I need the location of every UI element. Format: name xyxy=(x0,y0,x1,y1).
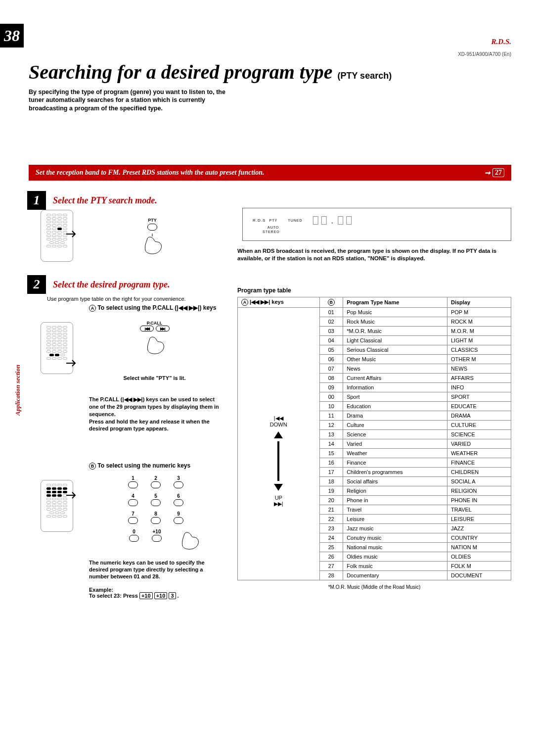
numeric-keypad: 1 2 3 4 5 6 7 8 9 0 +10 xyxy=(89,475,222,551)
numeric-par: The numeric keys can be used to specify … xyxy=(89,560,222,580)
page-title: Searching for a desired program type (PT… xyxy=(29,60,392,84)
preset-banner: Set the reception band to FM. Preset RDS… xyxy=(29,165,511,181)
pty-button-icon xyxy=(147,224,157,231)
key-7: 7 xyxy=(128,511,138,524)
display-note: When an RDS broadcast is received, the p… xyxy=(237,247,511,262)
step1-title: Select the PTY search mode. xyxy=(53,195,157,206)
page-number: 38 xyxy=(0,24,24,47)
display-pty: PTY xyxy=(269,219,278,222)
circled-a-icon: A xyxy=(89,305,96,312)
hand-press-icon xyxy=(137,234,167,255)
preset-banner-text: Set the reception band to FM. Preset RDS… xyxy=(36,169,264,177)
page-ref: 27 xyxy=(492,168,504,177)
pointer-arrow-icon xyxy=(66,360,79,367)
th-display: Display xyxy=(447,297,511,308)
table-caption: Program type table xyxy=(237,287,511,294)
suba-select-note: Select while "PTY" is lit. xyxy=(89,375,220,381)
step2-title: Select the desired program type. xyxy=(53,280,170,290)
th-b: B xyxy=(319,297,343,308)
model-codes: XD-951/A900/A700 (En) xyxy=(458,51,511,57)
circled-b-icon: B xyxy=(89,463,96,470)
key-4: 4 xyxy=(128,493,138,506)
arrow-icon: ➞ xyxy=(485,169,490,177)
display-segments: ⎕⎕.⎕⎕ xyxy=(313,215,355,226)
display-tuned: TUNED xyxy=(288,219,302,222)
step2-number: 2 xyxy=(27,275,46,294)
th-keys: A |◀◀ ▶▶| keys xyxy=(238,297,320,308)
hand-press-icon xyxy=(175,529,196,551)
lcd-display: R.D.S PTY TUNED ⎕⎕.⎕⎕ AUTO STEREO xyxy=(242,208,511,241)
pcall-prev-icon: |◀◀ xyxy=(140,326,154,331)
pcall-label: P.CALL xyxy=(89,321,220,326)
example-text: To select 23: Press +10 +10 3 . xyxy=(89,593,222,599)
key-6: 6 xyxy=(174,493,183,506)
suba-par2: Press and hold the key and release it wh… xyxy=(89,418,220,433)
pointer-arrow-icon xyxy=(66,231,79,237)
key-plus10: +10 xyxy=(152,529,162,551)
display-rds: R.D.S xyxy=(253,218,266,223)
program-type-table: A |◀◀ ▶▶| keys B Program Type Name Displ… xyxy=(237,297,511,580)
step1-number: 1 xyxy=(27,191,46,210)
th-name: Program Type Name xyxy=(343,297,447,308)
title-sub: (PTY search) xyxy=(337,71,392,81)
rds-header: R.D.S. xyxy=(491,38,511,46)
pointer-arrow-icon xyxy=(66,492,79,499)
key-3: 3 xyxy=(174,475,183,488)
pcall-next-icon: ▶▶| xyxy=(156,326,170,331)
display-auto: AUTO xyxy=(267,226,279,229)
table-row: |◀◀ DOWNUP ▶▶|01Pop MusicPOP M xyxy=(238,308,511,317)
remote-illustration xyxy=(41,480,73,532)
key-0: 0 xyxy=(129,529,139,551)
suba-par1: The P.CALL (|◀◀ ▶▶|) keys can be used to… xyxy=(89,396,220,418)
key-2: 2 xyxy=(151,475,161,488)
keys-column: |◀◀ DOWNUP ▶▶| xyxy=(238,308,320,580)
display-stereo: STEREO xyxy=(263,230,280,234)
table-footnote: *M.O.R. Music (Middle of the Road Music) xyxy=(237,584,511,590)
intro-text: By specifying the type of program (genre… xyxy=(29,88,236,112)
key-1: 1 xyxy=(128,475,138,488)
title-main: Searching for a desired program type xyxy=(29,61,337,83)
section-side-label: Application section xyxy=(14,365,22,416)
pty-button-label: PTY xyxy=(137,218,167,223)
key-8: 8 xyxy=(151,511,161,524)
subb-title: To select using the numeric keys xyxy=(97,462,190,469)
hand-press-icon xyxy=(140,333,170,355)
suba-title: To select using the P.CALL (|◀◀ ▶▶|) key… xyxy=(97,304,216,311)
key-9: 9 xyxy=(174,511,183,524)
step2-note: Use program type table on the right for … xyxy=(47,296,186,302)
key-5: 5 xyxy=(151,493,161,506)
